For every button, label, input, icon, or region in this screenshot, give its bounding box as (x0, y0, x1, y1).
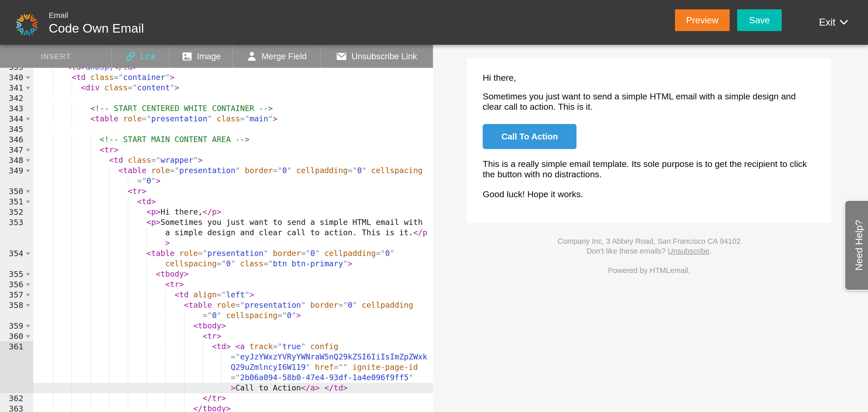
code-text[interactable]: <tr> (33, 186, 433, 197)
fold-arrow-icon[interactable] (26, 190, 30, 193)
code-rows[interactable]: 339 <td>&nbsp;</td>340 <td class="contai… (0, 62, 433, 412)
code-line[interactable]: ="0"> (0, 176, 433, 186)
code-text[interactable]: ="eyJzYWxzYVRyYWNraW5nQ29kZSI6IiIsImZpZW… (33, 352, 433, 362)
code-text[interactable]: <td class="container"> (33, 72, 433, 82)
code-text[interactable]: > (33, 238, 433, 248)
code-text[interactable]: <table role="presentation" border="0" ce… (33, 300, 433, 310)
preview-button[interactable]: Preview (675, 9, 730, 31)
code-line[interactable]: 360 <tr> (0, 331, 433, 341)
code-line[interactable]: 355 <tbody> (0, 269, 433, 279)
code-text[interactable]: <td class="wrapper"> (33, 155, 433, 165)
code-text[interactable]: <table role="presentation" border="0" ce… (33, 165, 433, 176)
code-text[interactable]: </tbody> (33, 404, 433, 412)
line-number: 361 (0, 341, 33, 352)
need-help-tab[interactable]: Need Help? (844, 200, 868, 290)
code-text[interactable]: </tr> (33, 393, 433, 404)
code-editor[interactable]: 339 <td>&nbsp;</td>340 <td class="contai… (0, 45, 433, 412)
toolbar-item-merge-field[interactable]: Merge Field (233, 45, 320, 68)
code-text[interactable]: <tbody> (33, 321, 433, 331)
code-line[interactable]: 363 </tbody> (0, 404, 433, 412)
fold-arrow-icon[interactable] (26, 159, 30, 162)
code-text[interactable]: <td> (33, 197, 433, 207)
code-text[interactable]: >Call to Action</a> </td> (33, 383, 433, 393)
code-line[interactable]: 341 <div class="content"> (0, 82, 433, 93)
code-text[interactable]: Q29uZmlncyI6W119" href="" ignite-page-id (33, 362, 433, 372)
fold-arrow-icon[interactable] (26, 87, 30, 90)
code-line[interactable]: cellspacing="0" class="btn btn-primary"> (0, 259, 433, 269)
code-text[interactable] (33, 124, 433, 134)
unsubscribe-link[interactable]: Unsubscribe (668, 247, 709, 255)
code-line[interactable]: 352 <p>Hi there,</p> (0, 207, 433, 217)
code-text[interactable]: a simple design and clear call to action… (33, 228, 433, 238)
line-number: 363 (0, 404, 33, 412)
code-text[interactable]: <div class="content"> (33, 82, 433, 93)
toolbar-item-label: Image (197, 52, 221, 61)
code-line[interactable]: > (0, 238, 433, 248)
code-text[interactable]: ="0" cellspacing="0"> (33, 310, 433, 321)
code-line[interactable]: 351 <td> (0, 197, 433, 207)
code-text[interactable]: <table role="presentation" border="0" ce… (33, 248, 433, 259)
code-text[interactable]: <!-- START MAIN CONTENT AREA --> (33, 134, 433, 145)
code-line[interactable]: 353 <p>Sometimes you just want to send a… (0, 217, 433, 228)
code-line[interactable]: ="eyJzYWxzYVRyYWNraW5nQ29kZSI6IiIsImZpZW… (0, 352, 433, 362)
code-line[interactable]: 358 <table role="presentation" border="0… (0, 300, 433, 310)
code-text[interactable]: <tbody> (33, 269, 433, 279)
closing-paragraph: Good luck! Hope it works. (483, 189, 816, 199)
code-line[interactable]: 347 <tr> (0, 145, 433, 155)
code-line[interactable]: 342 (0, 93, 433, 103)
toolbar-item-link[interactable]: Link (112, 45, 169, 68)
code-line[interactable]: 357 <td align="left"> (0, 289, 433, 300)
code-line[interactable]: a simple design and clear call to action… (0, 228, 433, 238)
code-line[interactable]: 356 <tr> (0, 279, 433, 289)
fold-arrow-icon[interactable] (26, 118, 30, 121)
code-line[interactable]: ="0" cellspacing="0"> (0, 310, 433, 321)
code-text[interactable]: <tr> (33, 331, 433, 341)
code-line[interactable]: 345 (0, 124, 433, 134)
code-text[interactable]: ="2b06a094-58b0-47e4-93df-1a4e096f9ff5" (33, 372, 433, 383)
code-text[interactable]: ="0"> (33, 176, 433, 186)
fold-arrow-icon[interactable] (26, 294, 30, 297)
code-line[interactable]: >Call to Action</a> </td> (0, 383, 433, 393)
code-line[interactable]: 359 <tbody> (0, 321, 433, 331)
code-line[interactable]: 354 <table role="presentation" border="0… (0, 248, 433, 259)
code-line[interactable]: 350 <tr> (0, 186, 433, 197)
code-line[interactable]: 362 </tr> (0, 393, 433, 404)
code-line[interactable]: 340 <td class="container"> (0, 72, 433, 82)
fold-arrow-icon[interactable] (26, 273, 30, 276)
code-text[interactable]: <tr> (33, 279, 433, 289)
fold-arrow-icon[interactable] (26, 252, 30, 255)
code-line[interactable]: 361 <td> <a track="true" config (0, 341, 433, 352)
code-line[interactable]: Q29uZmlncyI6W119" href="" ignite-page-id (0, 362, 433, 372)
code-text[interactable]: <table role="presentation" class="main"> (33, 114, 433, 124)
save-button[interactable]: Save (737, 9, 782, 31)
footer-unsubscribe-line: Don't like these emails? Unsubscribe. (467, 246, 832, 256)
fold-arrow-icon[interactable] (26, 149, 30, 152)
insert-toolbar: INSERT Link Image Merge Field Unsubscrib… (0, 45, 433, 68)
code-text[interactable]: <tr> (33, 145, 433, 155)
code-text[interactable]: cellspacing="0" class="btn btn-primary"> (33, 259, 433, 269)
fold-arrow-icon[interactable] (26, 325, 30, 328)
code-text[interactable]: <p>Hi there,</p> (33, 207, 433, 217)
fold-arrow-icon[interactable] (26, 335, 30, 338)
fold-arrow-icon[interactable] (26, 283, 30, 286)
toolbar-item-unsubscribe-link[interactable]: Unsubscribe Link (320, 45, 432, 68)
code-line[interactable]: 344 <table role="presentation" class="ma… (0, 114, 433, 124)
code-text[interactable]: <td> <a track="true" config (33, 341, 433, 352)
line-number: 349 (0, 165, 33, 176)
fold-arrow-icon[interactable] (26, 304, 30, 307)
exit-menu[interactable]: Exit (819, 0, 848, 45)
code-line[interactable]: 348 <td class="wrapper"> (0, 155, 433, 165)
code-line[interactable]: 346 <!-- START MAIN CONTENT AREA --> (0, 134, 433, 145)
code-line[interactable]: 349 <table role="presentation" border="0… (0, 165, 433, 176)
fold-arrow-icon[interactable] (26, 201, 30, 203)
code-text[interactable]: <td align="left"> (33, 289, 433, 300)
code-text[interactable]: <!-- START CENTERED WHITE CONTAINER --> (33, 103, 433, 114)
fold-arrow-icon[interactable] (26, 170, 30, 172)
toolbar-item-image[interactable]: Image (169, 45, 233, 68)
code-text[interactable] (33, 93, 433, 103)
code-line[interactable]: 343 <!-- START CENTERED WHITE CONTAINER … (0, 103, 433, 114)
code-line[interactable]: ="2b06a094-58b0-47e4-93df-1a4e096f9ff5" (0, 372, 433, 383)
call-to-action-button[interactable]: Call To Action (483, 124, 577, 149)
fold-arrow-icon[interactable] (26, 76, 30, 79)
code-text[interactable]: <p>Sometimes you just want to send a sim… (33, 217, 433, 228)
